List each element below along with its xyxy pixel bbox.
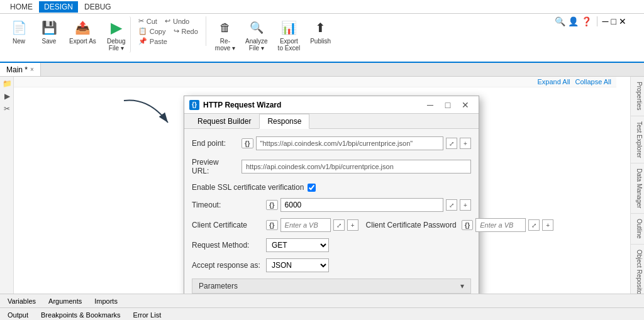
client-cert-label: Client Certificate [192,221,261,229]
project-icon[interactable]: 📁 [1,78,13,89]
preview-url-input[interactable] [242,160,471,174]
bottom-panel-bar: Output Breakpoints & Bookmarks Error Lis… [0,307,644,320]
divider [597,16,597,26]
right-sidebar: Properties Test Explorer Data Manager Ou… [630,77,644,294]
debug-button[interactable]: ▶ DebugFile ▾ [103,16,131,53]
tab-request-builder[interactable]: Request Builder [189,114,259,129]
request-method-label: Request Method: [192,241,261,250]
minimize-icon[interactable]: ─ [602,16,609,26]
debug-icon: ▶ [106,18,126,38]
menu-debug[interactable]: DEBUG [79,1,116,13]
data-manager-tab[interactable]: Data Manager [631,163,644,214]
dialog-close[interactable]: ✕ [457,99,474,111]
ssl-label: Enable SSL certificate verification [192,183,304,192]
arrow-annotation [111,94,187,132]
dialog-title: HTTP Request Wizard [203,101,418,109]
arguments-tab[interactable]: Arguments [46,296,84,306]
preview-url-label: Preview URL: [192,158,238,175]
endpoint-row: End point: {} ⤢ + [192,136,471,150]
dialog-window-controls: ─ □ ✕ [422,99,474,111]
tab-close[interactable]: × [30,66,34,73]
parameters-label: Parameters [199,282,238,290]
bottom-tab-bar: Variables Arguments Imports [0,294,644,307]
export-as-button[interactable]: 📤 Export As [65,16,100,46]
client-cert-expr-btn[interactable]: {} [266,220,278,230]
dialog-app-icon: {} [189,100,199,110]
client-cert-resize-btn[interactable]: ⤢ [333,219,345,231]
dialog-body: End point: {} ⤢ + Preview URL: [184,129,479,294]
dialog-minimize[interactable]: ─ [422,99,438,111]
output-tab[interactable]: Output [5,310,31,320]
endpoint-resize-btn[interactable]: ⤢ [446,138,457,149]
save-button[interactable]: 💾 Save [35,16,63,46]
timeout-input[interactable] [280,198,443,212]
dialog-maximize[interactable]: □ [440,99,456,111]
timeout-add-btn[interactable]: + [460,199,471,211]
copy-button[interactable]: 📋Copy [136,26,169,36]
main-tab[interactable]: Main * × [0,63,41,76]
tab-response[interactable]: Response [259,114,309,129]
dialog-tab-bar: Request Builder Response [184,114,479,129]
client-cert-row: Client Certificate {} ⤢ + Client Certifi… [192,218,471,232]
client-cert-pass-expr-btn[interactable]: {} [462,220,474,230]
client-cert-add-btn[interactable]: + [347,219,358,231]
accept-response-select[interactable]: JSON XML Text [266,258,329,272]
client-cert-pass-input[interactable] [475,218,526,232]
preview-url-row: Preview URL: [192,158,471,175]
user-icon[interactable]: 👤 [568,16,579,26]
dialog-overlay: {} HTTP Request Wizard ─ □ ✕ Request Bui… [14,77,630,294]
parameters-arrow: ▾ [460,282,464,290]
export-icon: 📤 [72,18,92,38]
outline-tab[interactable]: Outline [631,214,644,245]
accept-response-label: Accept response as: [192,261,261,270]
endpoint-input[interactable] [256,136,443,150]
request-method-select[interactable]: GET POST PUT DELETE [266,238,329,252]
export-excel-button[interactable]: 📊 Exportto Excel [274,16,304,53]
redo-button[interactable]: ↪Redo [171,26,201,36]
excel-icon: 📊 [279,18,299,38]
paste-button[interactable]: 📌Paste [136,36,170,46]
help-icon[interactable]: ❓ [581,16,592,26]
close-app-icon[interactable]: ✕ [619,16,626,26]
analyze-file-button[interactable]: 🔍 AnalyzeFile ▾ [242,16,272,53]
client-cert-pass-resize-btn[interactable]: ⤢ [528,219,540,231]
undo-button[interactable]: ↩Undo [162,16,192,26]
breakpoints-tab[interactable]: Breakpoints & Bookmarks [38,310,123,320]
client-cert-input[interactable] [280,218,331,232]
timeout-expr-btn[interactable]: {} [266,200,278,210]
error-list-tab[interactable]: Error List [131,310,164,320]
timeout-resize-btn[interactable]: ⤢ [446,199,457,211]
ssl-checkbox[interactable] [308,184,316,192]
search-icon[interactable]: 🔍 [555,16,565,26]
endpoint-add-btn[interactable]: + [460,138,471,149]
new-icon: 📄 [9,18,29,38]
endpoint-label: End point: [192,139,238,148]
activities-icon[interactable]: ▶ [1,91,13,102]
maximize-icon[interactable]: □ [611,16,616,26]
cut-button[interactable]: ✂Cut [136,16,160,26]
remove-button[interactable]: 🗑 Re-move ▾ [211,16,239,53]
timeout-row: Timeout: {} ⤢ + [192,198,471,212]
dialog-titlebar: {} HTTP Request Wizard ─ □ ✕ [184,96,479,114]
menu-home[interactable]: HOME [5,1,38,13]
imports-tab[interactable]: Imports [92,296,120,306]
endpoint-expr-btn[interactable]: {} [242,138,253,148]
variables-tab[interactable]: Variables [5,296,38,306]
object-repository-tab[interactable]: Object Repository [631,245,644,294]
remove-icon: 🗑 [215,18,235,38]
publish-button[interactable]: ⬆ Publish [306,16,335,46]
client-cert-pass-add-btn[interactable]: + [542,219,553,231]
request-method-row: Request Method: GET POST PUT DELETE [192,238,471,252]
snippets-icon[interactable]: ✂ [1,103,13,114]
timeout-label: Timeout: [192,201,261,209]
menu-design[interactable]: DESIGN [39,1,78,13]
ssl-row: Enable SSL certificate verification [192,183,471,192]
save-icon: 💾 [39,18,59,38]
properties-tab[interactable]: Properties [631,77,644,116]
accept-response-row: Accept response as: JSON XML Text [192,258,471,272]
new-button[interactable]: 📄 New [5,16,33,46]
parameters-collapsible[interactable]: Parameters ▾ [192,279,471,294]
test-explorer-tab[interactable]: Test Explorer [631,116,644,163]
analyze-icon: 🔍 [247,18,267,38]
client-cert-pass-label: Client Certificate Password [366,221,457,229]
